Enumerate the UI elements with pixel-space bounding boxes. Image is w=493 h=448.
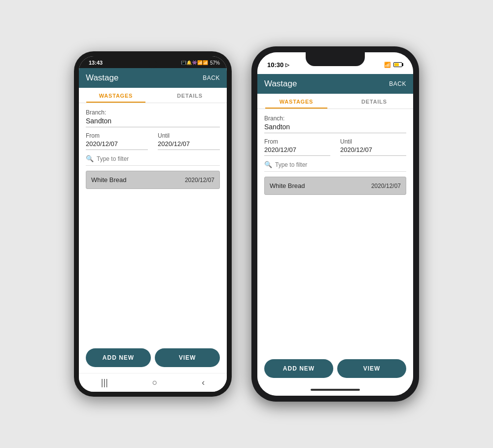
filter-input-android[interactable] <box>97 155 220 162</box>
tab-details-iphone[interactable]: DETAILS <box>335 94 413 109</box>
from-value-iphone[interactable]: 2020/12/07 <box>264 146 330 156</box>
tab-wastages-iphone[interactable]: WASTAGES <box>257 94 335 109</box>
from-label-iphone: From <box>264 138 330 145</box>
app-title-iphone: Wastage <box>264 79 297 89</box>
branch-label-iphone: Branch: <box>264 115 406 122</box>
app-header-iphone: Wastage BACK <box>257 74 413 94</box>
until-col-android: Until 2020/12/07 <box>158 132 220 150</box>
iphone-notch <box>306 52 365 66</box>
until-col-iphone: Until 2020/12/07 <box>340 138 406 156</box>
battery-icon <box>393 62 403 67</box>
view-button-iphone[interactable]: VIEW <box>337 359 406 378</box>
tab-wastages-android[interactable]: WASTAGES <box>79 88 153 103</box>
until-value-iphone[interactable]: 2020/12/07 <box>340 146 406 156</box>
filter-row-iphone: 🔍 <box>264 161 406 172</box>
iphone-status-icons: 📶 <box>374 62 403 68</box>
wifi-icon: 📶 <box>384 62 391 68</box>
android-time: 13:43 <box>86 60 103 66</box>
app-content-android: Branch: Sandton From 2020/12/07 Until 20… <box>79 103 227 343</box>
list-item-iphone-0[interactable]: White Bread 2020/12/07 <box>264 177 406 195</box>
filter-row-android: 🔍 <box>86 155 220 166</box>
date-row-android: From 2020/12/07 Until 2020/12/07 <box>86 132 220 150</box>
search-icon-iphone: 🔍 <box>264 161 272 168</box>
android-nav-back[interactable]: ‹ <box>202 377 205 388</box>
back-button-android[interactable]: BACK <box>203 75 220 81</box>
back-button-iphone[interactable]: BACK <box>389 80 406 87</box>
list-item-android-0[interactable]: White Bread 2020/12/07 <box>86 171 220 189</box>
list-item-name-iphone-0: White Bread <box>270 182 305 189</box>
date-row-iphone: From 2020/12/07 Until 2020/12/07 <box>264 138 406 156</box>
app-content-iphone: Branch: Sandton From 2020/12/07 Until 20… <box>257 109 413 354</box>
bottom-buttons-iphone: ADD NEW VIEW <box>257 354 413 384</box>
until-value-android[interactable]: 2020/12/07 <box>158 140 220 150</box>
app-title-android: Wastage <box>86 73 118 83</box>
list-item-date-android-0: 2020/12/07 <box>185 177 214 184</box>
add-new-button-android[interactable]: ADD NEW <box>86 348 151 367</box>
android-battery: 57% <box>210 60 220 66</box>
android-nav-recents[interactable]: ||| <box>101 377 108 388</box>
branch-label-android: Branch: <box>86 109 220 116</box>
bottom-buttons-android: ADD NEW VIEW <box>79 343 227 373</box>
tabs-bar-android: WASTAGES DETAILS <box>79 88 227 103</box>
from-col-android: From 2020/12/07 <box>86 132 148 150</box>
branch-value-iphone: Sandton <box>264 123 406 133</box>
until-label-iphone: Until <box>340 138 406 145</box>
app-header-android: Wastage BACK <box>79 68 227 88</box>
list-item-date-iphone-0: 2020/12/07 <box>371 183 401 189</box>
android-screen: 13:43 📳🔔👾📶📶 57% Wastage BACK WASTAGES DE… <box>79 56 227 392</box>
until-label-android: Until <box>158 132 220 139</box>
list-item-name-android-0: White Bread <box>91 176 127 184</box>
tab-details-android[interactable]: DETAILS <box>153 88 227 103</box>
iphone-time: 10:30 ▷ <box>267 61 289 69</box>
from-col-iphone: From 2020/12/07 <box>264 138 330 156</box>
filter-input-iphone[interactable] <box>275 161 406 168</box>
android-phone: 13:43 📳🔔👾📶📶 57% Wastage BACK WASTAGES DE… <box>74 51 232 397</box>
home-bar <box>311 389 360 391</box>
from-value-android[interactable]: 2020/12/07 <box>86 140 148 150</box>
location-icon: ▷ <box>285 62 289 68</box>
list-android: White Bread 2020/12/07 <box>86 171 220 189</box>
android-notch <box>149 60 157 68</box>
tabs-bar-iphone: WASTAGES DETAILS <box>257 94 413 109</box>
add-new-button-iphone[interactable]: ADD NEW <box>264 359 333 378</box>
signal-bars-icon <box>374 62 382 67</box>
view-button-android[interactable]: VIEW <box>155 348 220 367</box>
iphone-home-indicator <box>257 384 413 396</box>
android-nav-bar: ||| ○ ‹ <box>79 373 227 392</box>
iphone-screen: 10:30 ▷ 📶 <box>257 52 413 396</box>
android-status-icons: 📳🔔👾📶📶 57% <box>181 60 220 66</box>
search-icon-android: 🔍 <box>86 155 94 162</box>
from-label-android: From <box>86 132 148 139</box>
branch-value-android: Sandton <box>86 117 220 127</box>
list-iphone: White Bread 2020/12/07 <box>264 177 406 195</box>
android-nav-home[interactable]: ○ <box>152 377 158 388</box>
iphone: 10:30 ▷ 📶 <box>251 46 419 402</box>
